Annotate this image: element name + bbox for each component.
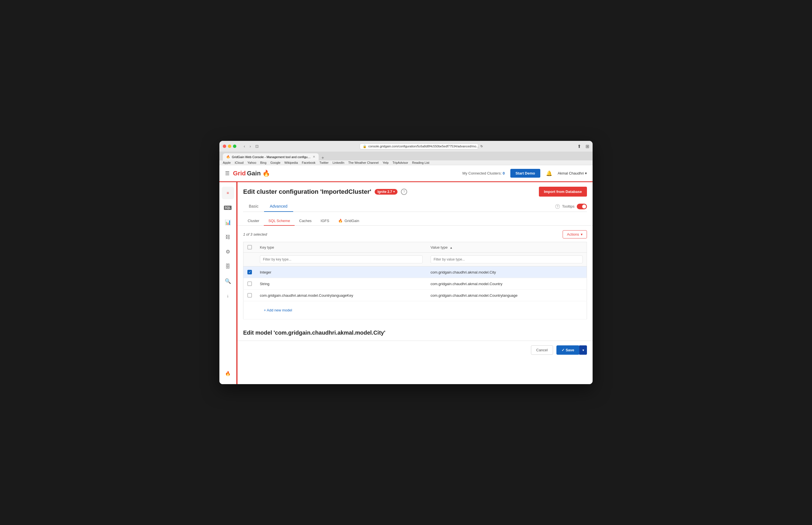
table-row[interactable]: ✓ Integer com.gridgain.chaudhri.akmal.mo… — [243, 267, 587, 278]
browser-nav: ‹ › ⊡ — [242, 144, 260, 149]
clusters-label: My Connected Clusters: — [462, 171, 502, 175]
value-type-sort-icon: ▲ — [450, 246, 453, 249]
app-logo: GridGain 🔥 — [233, 170, 270, 177]
clusters-count[interactable]: 0 — [503, 171, 505, 175]
logo-flame-icon: 🔥 — [262, 170, 270, 177]
close-button[interactable] — [223, 145, 226, 148]
back-button[interactable]: ‹ — [242, 144, 247, 149]
forward-button[interactable]: › — [248, 144, 253, 149]
tab-advanced[interactable]: Advanced — [264, 201, 293, 212]
sidebar-item-sql[interactable]: SQL — [222, 201, 234, 214]
actions-button[interactable]: Actions ▾ — [563, 230, 587, 238]
maximize-button[interactable] — [233, 145, 236, 148]
row-3-checkbox-cell[interactable] — [243, 290, 256, 301]
page-title: Edit cluster configuration 'ImportedClus… — [243, 188, 371, 195]
bookmark-facebook[interactable]: Facebook — [302, 161, 316, 164]
sidebar-item-downloads[interactable]: ↓ — [222, 290, 234, 302]
bookmark-wikipedia[interactable]: Wikipedia — [285, 161, 298, 164]
row-3-checkbox[interactable] — [247, 293, 252, 298]
help-icon[interactable]: ? — [401, 189, 407, 195]
sidebar-item-settings[interactable]: ⚙ — [222, 245, 234, 258]
sub-tab-gridgain[interactable]: 🔥 GridGain — [334, 216, 364, 226]
new-tab-icon[interactable]: ⊞ — [585, 144, 589, 149]
bookmark-tripadvisor[interactable]: TripAdvisor — [393, 161, 408, 164]
edit-model-title: Edit model 'com.gridgain.chaudhri.akmal.… — [243, 330, 587, 336]
bookmark-bing[interactable]: Bing — [260, 161, 266, 164]
bookmark-google[interactable]: Google — [270, 161, 280, 164]
value-type-header[interactable]: Value type ▲ — [427, 242, 587, 253]
tab-title: GridGain Web Console - Management tool a… — [232, 155, 311, 159]
select-all-header[interactable] — [243, 242, 256, 253]
settings-gear-icon: ⚙ — [226, 249, 230, 255]
sidebar-item-clusters[interactable]: ⛓ — [222, 231, 234, 243]
bookmark-yelp[interactable]: Yelp — [383, 161, 388, 164]
address-bar[interactable]: 🔒 console.gridgain.com/configuration/5c6… — [359, 144, 478, 149]
row-1-value-type: com.gridgain.chaudhri.akmal.model.City — [427, 267, 587, 278]
select-all-checkbox[interactable] — [247, 245, 252, 250]
bookmark-twitter[interactable]: Twitter — [320, 161, 328, 164]
user-menu[interactable]: Akmal Chaudhri ▾ — [558, 171, 587, 175]
table-row[interactable]: com.gridgain.chaudhri.akmal.model.Countr… — [243, 290, 587, 301]
import-from-database-button[interactable]: Import from Database — [539, 187, 587, 197]
bookmark-apple[interactable]: Apple — [223, 161, 231, 164]
row-1-checkbox[interactable]: ✓ — [247, 270, 252, 274]
minimize-button[interactable] — [228, 145, 231, 148]
save-dropdown-arrow-button[interactable]: ▾ — [579, 345, 587, 355]
cancel-button[interactable]: Cancel — [531, 345, 553, 355]
add-new-model-link[interactable]: + Add new model — [260, 305, 296, 316]
sidebar-item-configuration[interactable]: ≡ — [222, 187, 234, 199]
sidebar-item-queries[interactable]: 🔍 — [222, 275, 234, 287]
queries-icon: 🔍 — [225, 278, 231, 284]
tab-basic[interactable]: Basic — [243, 201, 264, 212]
hamburger-menu[interactable]: ☰ — [225, 170, 230, 177]
row-2-key-type: String — [256, 278, 427, 290]
actions-chevron-icon: ▾ — [581, 232, 583, 237]
bookmark-icloud[interactable]: iCloud — [235, 161, 243, 164]
bookmark-reading-list[interactable]: Reading List — [412, 161, 429, 164]
bookmark-yahoo[interactable]: Yahoo — [247, 161, 256, 164]
row-2-checkbox-cell[interactable] — [243, 278, 256, 290]
key-type-header[interactable]: Key type — [256, 242, 427, 253]
table-row[interactable]: String com.gridgain.chaudhri.akmal.model… — [243, 278, 587, 290]
clusters-icon: ⛓ — [225, 234, 230, 240]
reload-icon[interactable]: ↻ — [480, 145, 483, 148]
row-1-checkbox-cell[interactable]: ✓ — [243, 267, 256, 278]
row-3-key-type: com.gridgain.chaudhri.akmal.model.Countr… — [256, 290, 427, 301]
bookmark-linkedin[interactable]: LinkedIn — [333, 161, 344, 164]
key-type-filter-input[interactable] — [260, 255, 423, 263]
row-2-value-type: com.gridgain.chaudhri.akmal.model.Countr… — [427, 278, 587, 290]
notifications-bell-icon[interactable]: 🔔 — [546, 170, 552, 177]
sidebar-item-databases[interactable]: 🗄 — [222, 260, 234, 273]
edit-model-section: Edit model 'com.gridgain.chaudhri.akmal.… — [238, 324, 593, 336]
tooltips-toggle[interactable] — [577, 204, 587, 209]
sidebar-item-monitoring[interactable]: 📊 — [222, 216, 234, 228]
table-area: 1 of 3 selected Actions ▾ — [238, 226, 593, 324]
sub-tab-igfs[interactable]: IGFS — [316, 216, 334, 226]
user-name: Akmal Chaudhri — [558, 171, 584, 175]
value-type-filter-cell — [427, 253, 587, 267]
bottom-actions: Cancel ✓ Save ▾ — [238, 341, 593, 359]
gridgain-tab-icon: 🔥 — [338, 219, 343, 223]
logo-gain-text: Gain — [247, 170, 261, 177]
value-type-filter-input[interactable] — [431, 255, 583, 263]
header-right: My Connected Clusters: 0 Start Demo 🔔 Ak… — [462, 169, 587, 178]
clusters-info: My Connected Clusters: 0 — [462, 171, 505, 175]
sidebar-toggle-button[interactable]: ⊡ — [254, 144, 260, 149]
bookmark-weather[interactable]: The Weather Channel — [348, 161, 379, 164]
active-tab[interactable]: 🔥 GridGain Web Console - Management tool… — [223, 153, 319, 160]
row-2-checkbox[interactable] — [247, 282, 252, 286]
main-content-area: Edit cluster configuration 'ImportedClus… — [236, 182, 593, 384]
ignite-version-badge[interactable]: Ignite 2.7 ▾ — [374, 189, 398, 195]
sub-tab-sql-scheme[interactable]: SQL Scheme — [264, 216, 295, 226]
new-tab-button[interactable]: + — [319, 155, 326, 160]
share-icon[interactable]: ⬆ — [577, 144, 581, 149]
tab-close-icon[interactable]: ✕ — [313, 155, 315, 159]
gridgain-tab-label: GridGain — [344, 219, 359, 223]
sidebar-item-ignite[interactable]: 🔥 — [222, 367, 234, 380]
start-demo-button[interactable]: Start Demo — [510, 169, 540, 178]
save-button[interactable]: ✓ Save — [556, 345, 579, 355]
row-3-value-type: com.gridgain.chaudhri.akmal.model.Countr… — [427, 290, 587, 301]
main-tabs: Basic Advanced ? Tooltips — [243, 201, 587, 212]
sub-tab-caches[interactable]: Caches — [295, 216, 316, 226]
sub-tab-cluster[interactable]: Cluster — [243, 216, 264, 226]
